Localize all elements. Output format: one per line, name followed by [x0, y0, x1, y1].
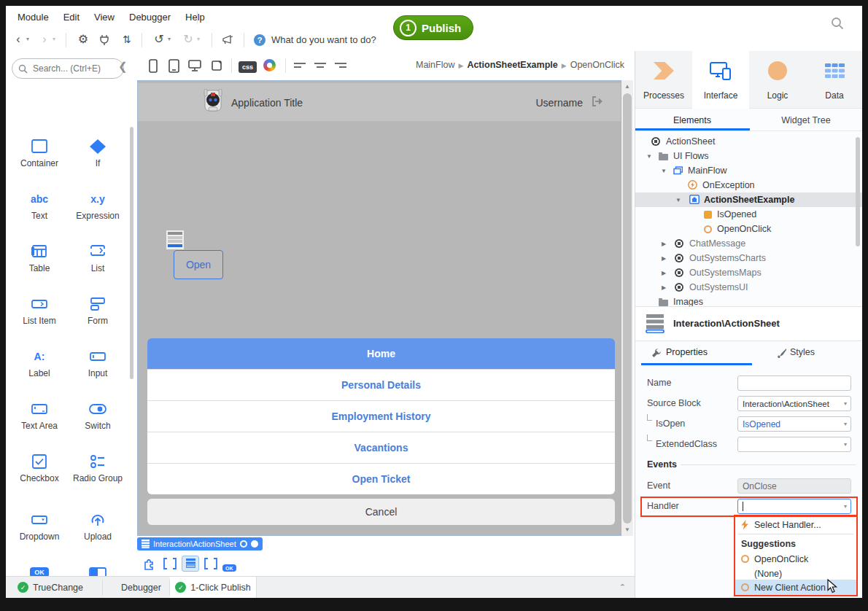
expand-closed-icon[interactable]: ▶ [660, 255, 667, 262]
tree-item-mainflow[interactable]: ▼MainFlow [635, 163, 862, 178]
assistant-prompt[interactable]: What do you want to do? [271, 34, 376, 45]
widget-expression[interactable]: x.y Expression [70, 190, 125, 221]
widget-label[interactable]: A: Label [12, 347, 67, 378]
settings-gear-icon[interactable]: ⚙ [76, 29, 90, 50]
one-click-publish-button[interactable]: 1 Publish [393, 15, 473, 40]
widget-radio-group[interactable]: Radio Group [70, 452, 125, 483]
actionsheet-widget-placeholder-icon[interactable] [166, 230, 184, 249]
tree-item-outsystemsmaps[interactable]: ▶OutSystemsMaps [635, 265, 862, 280]
collapse-toolbox-chevron-icon[interactable]: ❮ [118, 60, 128, 73]
widget-upload[interactable]: Upload [70, 510, 125, 542]
tree-item-onexception[interactable]: OnException [635, 178, 862, 192]
tab-styles[interactable]: Styles [790, 347, 815, 357]
assistant-help-icon[interactable]: ? [254, 34, 266, 46]
tab-properties[interactable]: Properties [666, 347, 708, 357]
back-button[interactable]: ‹ [12, 29, 25, 50]
tree-item-ui-flows[interactable]: ▼UI Flows [635, 149, 862, 163]
web-block-puzzle-icon[interactable] [141, 556, 158, 572]
sheet-item-personal-details[interactable]: Personal Details [147, 369, 615, 400]
tree-item-actionsheetexample-selected[interactable]: ▼ActionSheetExample [635, 192, 862, 207]
expand-open-icon[interactable]: ▼ [646, 153, 653, 160]
menu-item-new-client-action[interactable]: New Client Action [735, 580, 856, 595]
widget-form[interactable]: Form [70, 295, 125, 326]
tree-item-isopened[interactable]: IsOpened [635, 207, 862, 222]
widget-list[interactable]: List [70, 242, 125, 273]
undo-history-caret[interactable]: ▾ [168, 29, 171, 50]
tab-data[interactable]: Data [806, 51, 862, 109]
canvas-scrollbar[interactable]: ▲ ▼ [621, 80, 633, 536]
expand-closed-icon[interactable]: ▶ [660, 241, 667, 247]
tablet-preview-icon[interactable] [166, 55, 182, 76]
compare-merge-icon[interactable]: ⇅ [120, 29, 134, 50]
sheet-item-vacantions[interactable]: Vacantions [147, 432, 615, 463]
toolbox-scrollbar[interactable] [130, 127, 133, 379]
forward-button[interactable]: › [38, 29, 51, 50]
widget-list-item[interactable]: List Item [12, 295, 67, 326]
open-button[interactable]: Open [174, 250, 223, 279]
back-history-caret[interactable]: ▾ [26, 29, 29, 50]
forward-history-caret[interactable]: ▾ [53, 29, 55, 50]
expand-open-icon[interactable]: ▼ [675, 197, 682, 203]
canvas-scroll-thumb[interactable] [623, 93, 632, 524]
global-search-icon[interactable] [830, 16, 845, 31]
one-click-publish-tab[interactable]: ✓ 1-Click Publish [170, 577, 257, 598]
toolbox-search[interactable] [12, 58, 124, 79]
expand-open-icon[interactable]: ▼ [660, 168, 667, 174]
button-path-icon[interactable]: OK [222, 559, 236, 572]
container-brackets-icon[interactable] [202, 556, 220, 572]
redo-button[interactable]: ↻ [181, 29, 195, 50]
menu-item-openonclick[interactable]: OpenOnClick [735, 551, 856, 567]
manage-dependencies-plug-icon[interactable] [98, 34, 111, 47]
name-input[interactable] [737, 375, 851, 391]
breadcrumb-flow[interactable]: MainFlow [416, 60, 455, 70]
widget-checkbox[interactable]: Checkbox [12, 452, 67, 483]
container-brackets-icon[interactable] [161, 556, 179, 572]
actionsheet-list-icon-selected[interactable] [182, 556, 199, 572]
toolbox-search-input[interactable] [31, 63, 107, 74]
menu-item-select-handler[interactable]: Select Handler... [735, 517, 856, 532]
widget-container[interactable]: Container [12, 137, 67, 168]
tree-item-outsystemscharts[interactable]: ▶OutSystemsCharts [635, 251, 862, 265]
breadcrumb-action[interactable]: OpenOnClick [570, 60, 624, 70]
sheet-item-open-ticket[interactable]: Open Ticket [147, 463, 615, 494]
widget-text-area[interactable]: Text Area [12, 400, 67, 431]
expand-closed-icon[interactable]: ▶ [660, 270, 667, 276]
sheet-item-home[interactable]: Home [147, 338, 615, 369]
source-block-dropdown[interactable]: Interaction\ActionSheet▾ [737, 396, 851, 411]
widget-dropdown[interactable]: Dropdown [12, 510, 67, 542]
redo-history-caret[interactable]: ▾ [197, 29, 200, 50]
theme-colors-icon[interactable] [263, 59, 276, 71]
handler-input-focused[interactable]: ▾ [737, 499, 851, 514]
tree-item-outsystemsui[interactable]: ▶OutSystemsUI [635, 280, 862, 295]
tree-item-images[interactable]: Images [635, 295, 862, 306]
isopen-dropdown[interactable]: IsOpened▾ [737, 416, 851, 432]
scroll-down-icon[interactable]: ▼ [624, 526, 630, 533]
menu-edit[interactable]: Edit [56, 6, 87, 29]
css-editor-icon[interactable]: css [239, 59, 257, 72]
undo-button[interactable]: ↺ [152, 29, 166, 50]
selection-tag[interactable]: Interaction\ActionSheet [137, 537, 263, 550]
menu-debugger[interactable]: Debugger [122, 6, 178, 29]
truechange-tab[interactable]: ✓ TrueChange [18, 577, 83, 598]
rotate-device-icon[interactable] [208, 55, 225, 76]
tab-interface[interactable]: Interface [692, 51, 749, 109]
collapse-statusbar-chevron-icon[interactable]: ⌃ [619, 583, 626, 592]
desktop-preview-icon[interactable] [186, 55, 204, 76]
menu-item-none[interactable]: (None) [735, 566, 856, 581]
menu-module[interactable]: Module [10, 6, 56, 29]
phone-preview-icon[interactable] [145, 55, 161, 76]
scroll-up-icon[interactable]: ▲ [624, 83, 630, 90]
sheet-item-employment-history[interactable]: Employment History [147, 400, 615, 432]
username-label[interactable]: Username [535, 97, 583, 109]
screen-preview[interactable]: Application Title Username Open Home Per… [137, 80, 621, 536]
widget-if[interactable]: If [70, 137, 125, 168]
align-center-icon[interactable] [314, 61, 326, 70]
tree-scrollbar[interactable] [856, 137, 860, 246]
feedback-megaphone-icon[interactable] [222, 34, 235, 46]
tab-processes[interactable]: Processes [635, 51, 692, 109]
tree-item-openonclick[interactable]: OpenOnClick [635, 222, 862, 236]
widget-table[interactable]: Table [12, 242, 67, 273]
tab-widget-tree[interactable]: Widget Tree [749, 115, 862, 125]
menu-help[interactable]: Help [178, 6, 212, 29]
tree-item-actionsheet[interactable]: ActionSheet [635, 134, 862, 149]
